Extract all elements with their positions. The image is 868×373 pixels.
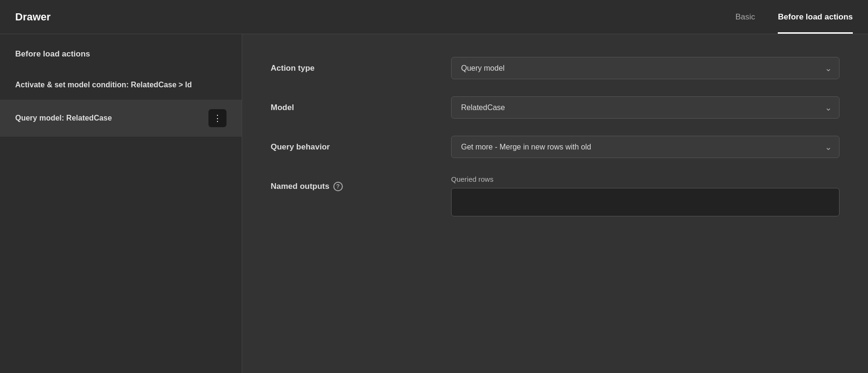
content-area: Action type Query model Set model condit… bbox=[242, 34, 868, 373]
sidebar-section-title: Before load actions bbox=[0, 49, 242, 59]
query-behavior-select-wrapper: Get more - Merge in new rows with old Re… bbox=[451, 136, 840, 158]
header-tabs: Basic Before load actions bbox=[736, 0, 853, 34]
queried-rows-input[interactable] bbox=[451, 188, 840, 216]
named-outputs-label-wrapper: Named outputs ? bbox=[271, 175, 451, 191]
query-behavior-label: Query behavior bbox=[271, 136, 451, 152]
model-label: Model bbox=[271, 96, 451, 112]
model-select[interactable]: RelatedCase Case User bbox=[451, 96, 840, 119]
sidebar-item-menu-button[interactable]: ⋮ bbox=[208, 109, 226, 127]
model-row: Model RelatedCase Case User ⌄ bbox=[271, 96, 840, 119]
query-behavior-control: Get more - Merge in new rows with old Re… bbox=[451, 136, 840, 158]
sidebar-item-activate-set-condition[interactable]: Activate & set model condition: RelatedC… bbox=[0, 70, 242, 100]
action-type-control: Query model Set model condition Activate… bbox=[451, 57, 840, 79]
named-outputs-help-icon[interactable]: ? bbox=[333, 182, 343, 191]
named-outputs-label-text: Named outputs bbox=[271, 182, 330, 191]
sidebar-item-label-2: Query model: RelatedCase bbox=[15, 113, 112, 123]
header-title: Drawer bbox=[15, 11, 51, 23]
header: Drawer Basic Before load actions bbox=[0, 0, 868, 34]
tab-before-load-actions[interactable]: Before load actions bbox=[778, 0, 853, 34]
named-outputs-control: Queried rows bbox=[451, 175, 840, 216]
sidebar-item-query-model[interactable]: Query model: RelatedCase ⋮ bbox=[0, 100, 242, 137]
action-type-select-wrapper: Query model Set model condition Activate… bbox=[451, 57, 840, 79]
model-select-wrapper: RelatedCase Case User ⌄ bbox=[451, 96, 840, 119]
action-type-row: Action type Query model Set model condit… bbox=[271, 57, 840, 79]
action-type-select[interactable]: Query model Set model condition Activate bbox=[451, 57, 840, 79]
model-control: RelatedCase Case User ⌄ bbox=[451, 96, 840, 119]
named-outputs-row: Named outputs ? Queried rows bbox=[271, 175, 840, 216]
sidebar-item-label-1: Activate & set model condition: RelatedC… bbox=[15, 80, 192, 90]
query-behavior-select[interactable]: Get more - Merge in new rows with old Re… bbox=[451, 136, 840, 158]
query-behavior-row: Query behavior Get more - Merge in new r… bbox=[271, 136, 840, 158]
queried-rows-label: Queried rows bbox=[451, 175, 840, 183]
sidebar: Before load actions Activate & set model… bbox=[0, 34, 242, 373]
main-layout: Before load actions Activate & set model… bbox=[0, 34, 868, 373]
tab-basic[interactable]: Basic bbox=[736, 0, 755, 34]
action-type-label: Action type bbox=[271, 57, 451, 73]
